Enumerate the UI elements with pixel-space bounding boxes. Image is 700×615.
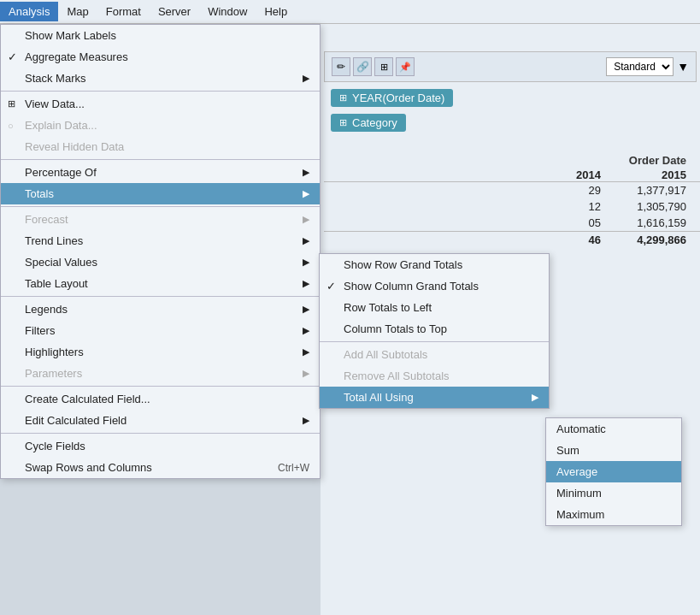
menubar-item-help[interactable]: Help xyxy=(256,2,296,21)
totals-submenu: Show Row Grand Totals ✓ Show Column Gran… xyxy=(319,253,550,409)
table-layout-label: Table Layout xyxy=(25,277,88,290)
add-all-subtotals-label: Add All Subtotals xyxy=(344,348,427,361)
toolbar-dropdown-area: Standard ▼ xyxy=(606,57,689,76)
cell-r2c1: 12 xyxy=(541,200,601,213)
swap-rows-columns-label: Swap Rows and Columns xyxy=(25,461,152,474)
submenu-sum[interactable]: Sum xyxy=(546,440,681,461)
filters-arrow: ▶ xyxy=(303,325,309,336)
submenu-remove-all-subtotals[interactable]: Remove All Subtotals xyxy=(320,365,549,387)
menu-item-table-layout[interactable]: Table Layout ▶ xyxy=(1,273,320,294)
view-data-icon: ⊞ xyxy=(8,98,15,109)
analysis-dropdown-menu: Show Mark Labels ✓ Aggregate Measures St… xyxy=(0,24,321,479)
submenu-total-all-using[interactable]: Total All Using ▶ xyxy=(320,387,549,408)
menu-item-highlighters[interactable]: Highlighters ▶ xyxy=(1,341,320,363)
menu-item-forecast[interactable]: Forecast ▶ xyxy=(1,209,320,230)
cycle-fields-label: Cycle Fields xyxy=(25,440,85,452)
toolbar-btn-pin[interactable]: 📌 xyxy=(396,57,415,76)
cell-r2c2: 1,305,790 xyxy=(626,200,686,213)
menu-item-show-mark-labels[interactable]: Show Mark Labels xyxy=(1,25,320,46)
category-pill[interactable]: ⊞ Category xyxy=(331,114,406,132)
pill-icon-1: ⊞ xyxy=(339,92,347,103)
submenu-show-column-grand-totals[interactable]: ✓ Show Column Grand Totals xyxy=(320,275,549,297)
menu-item-reveal-hidden[interactable]: Reveal Hidden Data xyxy=(1,136,320,157)
total-all-using-arrow: ▶ xyxy=(532,392,538,403)
pills-area: ⊞ YEAR(Order Date) ⊞ Category xyxy=(324,86,700,135)
table-header-label: Order Date xyxy=(324,151,700,169)
submenu-maximum[interactable]: Maximum xyxy=(546,504,681,525)
cell-r1c1: 29 xyxy=(541,184,601,197)
menubar-item-window[interactable]: Window xyxy=(199,2,256,21)
explain-data-label: Explain Data... xyxy=(25,119,97,132)
submenu-column-totals-top[interactable]: Column Totals to Top xyxy=(320,318,549,340)
separator-3 xyxy=(1,206,320,207)
menu-item-explain-data[interactable]: ○ Explain Data... xyxy=(1,115,320,136)
create-calculated-label: Create Calculated Field... xyxy=(25,393,150,405)
toolbar-btn-pencil[interactable]: ✏ xyxy=(332,57,350,76)
totals-separator-1 xyxy=(320,341,549,342)
toolbar-btn-grid[interactable]: ⊞ xyxy=(374,57,393,76)
aggregate-measures-check: ✓ xyxy=(8,50,17,63)
menu-item-percentage-of[interactable]: Percentage Of ▶ xyxy=(1,162,320,183)
menu-item-aggregate-measures[interactable]: ✓ Aggregate Measures xyxy=(1,46,320,68)
year-pill-label: YEAR(Order Date) xyxy=(352,92,444,104)
menu-item-trend-lines[interactable]: Trend Lines ▶ xyxy=(1,230,320,251)
submenu-minimum[interactable]: Minimum xyxy=(546,482,681,504)
highlighters-label: Highlighters xyxy=(25,346,84,358)
menu-item-filters[interactable]: Filters ▶ xyxy=(1,320,320,341)
forecast-arrow: ▶ xyxy=(303,214,309,225)
reveal-hidden-label: Reveal Hidden Data xyxy=(25,140,124,153)
show-column-grand-totals-check: ✓ xyxy=(326,280,336,293)
menu-item-parameters[interactable]: Parameters ▶ xyxy=(1,363,320,384)
menu-item-edit-calculated[interactable]: Edit Calculated Field ▶ xyxy=(1,410,320,431)
submenu-average[interactable]: Average xyxy=(546,461,681,482)
percentage-of-label: Percentage Of xyxy=(25,166,97,179)
table-row-2: 12 1,305,790 xyxy=(324,198,700,215)
minimum-label: Minimum xyxy=(556,487,602,500)
menu-item-view-data[interactable]: ⊞ View Data... xyxy=(1,93,320,115)
submenu-add-all-subtotals[interactable]: Add All Subtotals xyxy=(320,344,549,365)
submenu-automatic[interactable]: Automatic xyxy=(546,418,681,440)
highlighters-arrow: ▶ xyxy=(303,346,309,358)
standard-dropdown[interactable]: Standard xyxy=(606,57,674,76)
cell-r3c1: 05 xyxy=(541,216,601,229)
col-header-2015: 2015 xyxy=(626,169,686,181)
show-mark-labels-label: Show Mark Labels xyxy=(25,29,116,42)
show-row-grand-totals-label: Show Row Grand Totals xyxy=(344,258,462,271)
stack-marks-label: Stack Marks xyxy=(25,72,86,85)
menu-item-stack-marks[interactable]: Stack Marks ▶ xyxy=(1,68,320,89)
automatic-label: Automatic xyxy=(556,423,606,435)
table-row-3: 05 1,616,159 xyxy=(324,215,700,231)
menu-item-legends[interactable]: Legends ▶ xyxy=(1,299,320,320)
separator-5 xyxy=(1,386,320,387)
percentage-of-arrow: ▶ xyxy=(303,167,309,178)
edit-calculated-label: Edit Calculated Field xyxy=(25,414,126,427)
special-values-arrow: ▶ xyxy=(303,257,309,268)
menubar-item-analysis[interactable]: Analysis xyxy=(0,2,58,21)
menubar-item-server[interactable]: Server xyxy=(150,2,199,21)
filters-label: Filters xyxy=(25,324,55,337)
menu-item-totals[interactable]: Totals ▶ xyxy=(1,183,320,204)
menu-item-create-calculated[interactable]: Create Calculated Field... xyxy=(1,388,320,410)
legends-arrow: ▶ xyxy=(303,304,309,315)
submenu-show-row-grand-totals[interactable]: Show Row Grand Totals xyxy=(320,254,549,275)
menu-item-cycle-fields[interactable]: Cycle Fields xyxy=(1,435,320,457)
menu-item-swap-rows-columns[interactable]: Swap Rows and Columns Ctrl+W xyxy=(1,457,320,478)
average-label: Average xyxy=(556,465,597,478)
toolbar-btn-link[interactable]: 🔗 xyxy=(353,57,372,76)
cell-r1c2: 1,377,917 xyxy=(626,184,686,197)
submenu-row-totals-left[interactable]: Row Totals to Left xyxy=(320,297,549,318)
menu-item-special-values[interactable]: Special Values ▶ xyxy=(1,251,320,273)
year-order-date-pill[interactable]: ⊞ YEAR(Order Date) xyxy=(331,89,453,107)
menubar-item-format[interactable]: Format xyxy=(97,2,150,21)
remove-all-subtotals-label: Remove All Subtotals xyxy=(344,370,450,382)
stack-marks-arrow: ▶ xyxy=(303,73,309,84)
total-all-using-label: Total All Using xyxy=(344,391,414,404)
parameters-label: Parameters xyxy=(25,367,82,380)
menubar-item-map[interactable]: Map xyxy=(58,2,97,21)
parameters-arrow: ▶ xyxy=(303,368,309,379)
table-row-total: 46 4,299,866 xyxy=(324,231,700,248)
category-pill-label: Category xyxy=(352,116,397,129)
cell-total-c2: 4,299,866 xyxy=(626,234,686,246)
trend-lines-label: Trend Lines xyxy=(25,234,83,247)
column-totals-top-label: Column Totals to Top xyxy=(344,322,447,335)
